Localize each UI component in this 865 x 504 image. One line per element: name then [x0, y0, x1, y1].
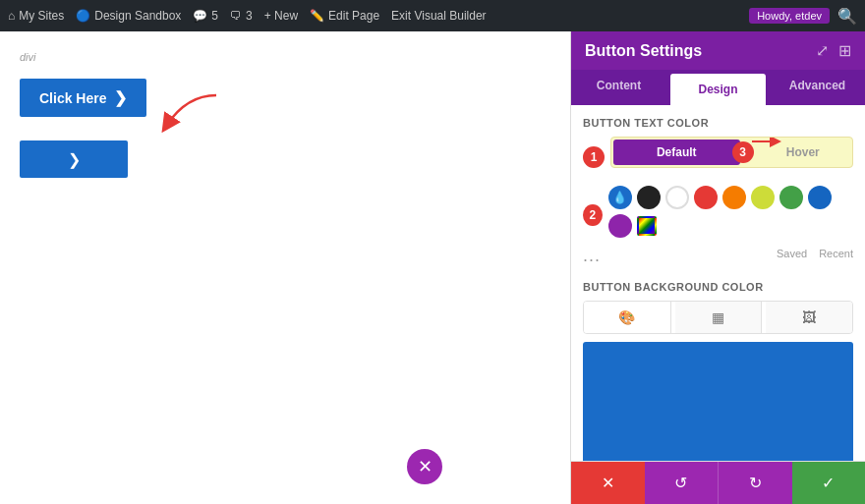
comments-link[interactable]: 💬 5	[193, 9, 218, 23]
eyedropper-swatch[interactable]: 💧	[608, 186, 632, 209]
fullscreen-icon[interactable]: ⤢	[816, 41, 829, 60]
button-arrow-icon: ❯	[114, 88, 127, 107]
paint-icon: 🎨	[618, 309, 635, 325]
close-canvas-button[interactable]: ✕	[407, 449, 442, 484]
site-name-link[interactable]: 🔵 Design Sandbox	[76, 9, 181, 23]
panel-header: Button Settings ⤢ ⊞	[571, 31, 865, 70]
bg-color-preview	[583, 342, 853, 461]
reset-icon: ↺	[674, 474, 687, 492]
reset-button[interactable]: ↺	[645, 462, 719, 504]
black-color-swatch[interactable]	[637, 186, 661, 209]
image-icon: 🖼	[802, 309, 816, 325]
white-color-swatch[interactable]	[665, 186, 689, 209]
action-bar: ✕ ↺ ↻ ✓	[571, 461, 865, 504]
admin-bar-right: Howdy, etdev 🔍	[749, 7, 857, 26]
howdy-badge[interactable]: Howdy, etdev	[749, 8, 830, 24]
exit-visual-builder-link[interactable]: Exit Visual Builder	[391, 9, 487, 23]
red-color-swatch[interactable]	[694, 186, 718, 209]
bg-icon-buttons: 🎨 ▦ 🖼	[583, 301, 853, 334]
annotation-badge-2: 2	[583, 204, 603, 226]
activity-icon: 🗨	[230, 9, 242, 23]
default-hover-toggle: Default 3 Hover	[610, 137, 853, 168]
green-color-swatch[interactable]	[779, 186, 803, 209]
panel-body: Button Text Color 1 Default 3	[571, 105, 865, 461]
search-icon[interactable]: 🔍	[837, 7, 857, 26]
annotation-badge-1: 1	[583, 146, 605, 168]
hover-arrow-annotation	[752, 137, 781, 149]
recent-label[interactable]: Recent	[819, 248, 853, 259]
annotation-badge-3: 3	[732, 141, 754, 163]
save-button[interactable]: ✓	[792, 462, 866, 504]
yellow-color-swatch[interactable]	[751, 186, 775, 209]
redo-icon: ↻	[749, 474, 762, 492]
tab-content[interactable]: Content	[571, 70, 666, 105]
bg-image-icon-button[interactable]: 🖼	[766, 302, 852, 333]
custom-color-swatch[interactable]	[637, 216, 657, 236]
blank-button-arrow-icon: ❯	[68, 150, 81, 169]
tab-advanced[interactable]: Advanced	[770, 70, 865, 105]
saved-label[interactable]: Saved	[777, 248, 807, 259]
default-toggle-button[interactable]: Default	[613, 140, 740, 165]
activity-link[interactable]: 🗨 3	[230, 9, 253, 23]
color-swatches: 💧	[608, 186, 853, 238]
bg-solid-icon-button[interactable]: 🎨	[584, 302, 671, 333]
save-check-icon: ✓	[822, 474, 835, 492]
cancel-icon: ✕	[602, 474, 614, 492]
bubble-icon: 💬	[193, 9, 207, 23]
gradient-icon: ▦	[712, 309, 724, 325]
edit-page-link[interactable]: ✏️ Edit Page	[310, 9, 379, 23]
my-sites-icon: ⌂	[8, 9, 15, 23]
divi-label: divi	[20, 51, 550, 63]
grid-icon[interactable]: ⊞	[838, 41, 851, 60]
new-post-link[interactable]: + New	[264, 9, 298, 23]
blank-button[interactable]: ❯	[20, 140, 128, 178]
my-sites-link[interactable]: ⌂ My Sites	[8, 9, 64, 23]
panel-tabs: Content Design Advanced	[571, 70, 865, 105]
panel-title: Button Settings	[585, 42, 702, 60]
admin-bar: ⌂ My Sites 🔵 Design Sandbox 💬 5 🗨 3 + Ne…	[0, 0, 865, 31]
pencil-icon: ✏️	[310, 9, 324, 23]
purple-color-swatch[interactable]	[608, 214, 632, 238]
button-text-color-label: Button Text Color	[583, 117, 853, 129]
settings-panel: Button Settings ⤢ ⊞ Content Design Advan…	[570, 31, 865, 504]
cancel-button[interactable]: ✕	[571, 462, 645, 504]
bg-gradient-icon-button[interactable]: ▦	[675, 302, 763, 333]
saved-recent-row: Saved Recent	[777, 248, 853, 259]
click-here-button[interactable]: Click Here ❯	[20, 79, 146, 117]
blue-color-swatch[interactable]	[808, 186, 832, 209]
canvas-area: divi Click Here ❯ ❯ ✕	[0, 31, 570, 504]
panel-header-icons: ⤢ ⊞	[816, 41, 851, 60]
redo-button[interactable]: ↻	[718, 462, 792, 504]
main-layout: divi Click Here ❯ ❯ ✕ Button S	[0, 31, 865, 504]
bg-color-label: Button Background Color	[583, 281, 853, 293]
orange-color-swatch[interactable]	[722, 186, 746, 209]
more-colors-dots[interactable]: ···	[583, 250, 601, 270]
site-logo-icon: 🔵	[76, 9, 90, 23]
canvas-arrow-annotation	[157, 90, 226, 140]
close-icon: ✕	[418, 456, 432, 477]
tab-design[interactable]: Design	[670, 74, 766, 105]
